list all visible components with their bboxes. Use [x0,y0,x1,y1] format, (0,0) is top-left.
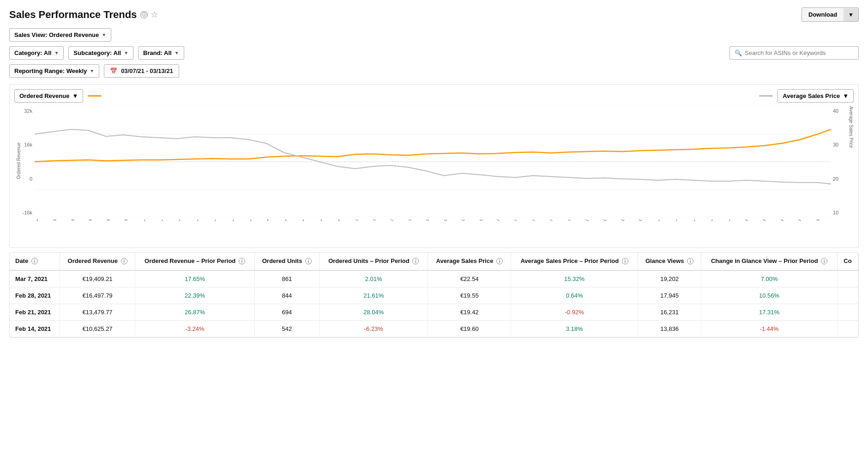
cell-glance-views-prior: -1.44% [701,320,838,337]
subcategory-filter[interactable]: Subcategory: All ▼ [68,46,133,60]
sales-view-label: Sales View: Ordered Revenue [14,31,99,38]
x-axis-label: Aug 9, 2020 [283,220,298,222]
search-input[interactable] [745,49,846,56]
y-right-10: 10 [833,210,848,215]
info-icon: ⓘ [140,11,148,18]
ordered-units-prior-info-icon[interactable]: i [412,258,419,264]
table-row: Mar 7, 2021 €19,409.21 17.65% 861 2.01% … [10,270,858,287]
x-axis-label: Jan 24, 2021 [709,220,725,222]
left-metric-label: Ordered Revenue [19,92,69,99]
cell-avg-sales-price-prior: -0.92% [511,304,638,320]
download-arrow[interactable]: ▼ [844,8,858,21]
y-axis-left-label: Ordered Revenue [16,142,21,179]
reporting-range-filter[interactable]: Reporting Range: Weekly ▼ [9,64,99,78]
reporting-range-label: Reporting Range: Weekly [14,67,87,74]
cell-co [837,304,858,320]
avg-sales-price-prior-info-icon[interactable]: i [622,258,628,264]
ordered-units-info-icon[interactable]: i [305,258,312,264]
x-axis-label: May 10, 2020 [70,220,87,222]
brand-label: Brand: All [143,49,172,56]
category-filter[interactable]: Category: All ▼ [9,46,64,60]
cell-date: Feb 14, 2021 [10,320,60,337]
table-row: Feb 14, 2021 €10,625.27 -3.24% 542 -6.23… [10,320,858,337]
x-axis-label: Nov 8, 2020 [513,220,529,222]
x-axis-label: Oct 25, 2020 [478,220,494,222]
download-main[interactable]: Download [802,8,844,21]
cell-glance-views: 16,231 [638,304,701,320]
search-container: 🔍 [729,46,859,60]
date-range-value: 03/07/21 - 03/13/21 [121,67,173,74]
cell-co [837,287,858,304]
right-metric-selector[interactable]: Average Sales Price ▼ [778,89,854,103]
cell-ordered-revenue-prior: 26.87% [135,304,254,320]
brand-arrow-icon: ▼ [175,50,179,55]
subcategory-label: Subcategory: All [73,49,121,56]
x-axis-label: Aug 2, 2020 [265,220,280,222]
cell-avg-sales-price-prior: 3.18% [511,320,638,337]
x-axis-label: Jul 12, 2020 [212,220,227,222]
x-axis-label: Jul 19, 2020 [230,220,245,222]
y-left-32k: 32k [14,108,32,114]
x-axis-label: Aug 16, 2020 [301,220,317,222]
col-glance-views: Glance Views i [638,253,701,270]
cell-ordered-revenue-prior: 22.39% [135,287,254,304]
col-glance-views-prior: Change in Glance View – Prior Period i [701,253,838,270]
col-ordered-units: Ordered Units i [254,253,319,270]
y-right-20: 20 [833,176,848,182]
cell-ordered-revenue: €19,409.21 [60,270,135,287]
calendar-icon: 📅 [110,67,117,74]
cell-ordered-revenue: €13,479.77 [60,304,135,320]
cell-date: Feb 28, 2021 [10,287,60,304]
x-axis-label: Dec 13, 2020 [602,220,618,222]
orange-legend-line [88,95,102,97]
y-right-30: 30 [833,142,848,147]
gray-legend-line [759,95,773,97]
x-axis-label: Oct 11, 2020 [443,220,458,222]
cell-glance-views: 19,202 [638,270,701,287]
subcategory-arrow-icon: ▼ [124,50,128,55]
cell-ordered-units: 844 [254,287,319,304]
sales-view-arrow-icon: ▼ [102,32,106,37]
date-range-picker[interactable]: 📅 03/07/21 - 03/13/21 [104,64,179,78]
download-button[interactable]: Download ▼ [802,7,859,22]
brand-filter[interactable]: Brand: All ▼ [138,46,184,60]
right-metric-arrow-icon: ▼ [843,92,849,99]
cell-date: Feb 21, 2021 [10,304,60,320]
x-axis-label: Jun 21, 2020 [159,220,175,222]
ordered-revenue-info-icon[interactable]: i [121,258,127,264]
glance-views-info-icon[interactable]: i [687,258,693,264]
col-co: Co [837,253,858,270]
star-icon[interactable]: ☆ [151,10,158,20]
sales-view-filter[interactable]: Sales View: Ordered Revenue ▼ [9,28,111,42]
x-axis-label: Jan 17, 2021 [691,220,707,222]
y-axis-right-label: Average Sales Price [848,106,854,243]
cell-date: Mar 7, 2021 [10,270,60,287]
date-info-icon[interactable]: i [31,258,38,264]
x-axis-label: Jun 14, 2020 [141,220,157,222]
left-metric-arrow-icon: ▼ [72,92,78,99]
col-avg-sales-price: Average Sales Price i [428,253,511,270]
x-axis-label: Jan 10, 2021 [673,220,689,222]
cell-glance-views-prior: 10.56% [701,287,838,304]
cell-glance-views-prior: 17.31% [701,304,838,320]
ordered-revenue-prior-info-icon[interactable]: i [239,258,245,264]
cell-avg-sales-price: €19.55 [428,287,511,304]
category-label: Category: All [14,49,51,56]
right-metric-label: Average Sales Price [783,92,840,99]
x-axis-label: Oct 4, 2020 [425,220,440,222]
cell-avg-sales-price-prior: 0.64% [511,287,638,304]
left-metric-selector[interactable]: Ordered Revenue ▼ [14,89,83,103]
x-axis-label: Nov 1, 2020 [496,220,511,222]
search-icon: 🔍 [735,49,742,56]
x-axis-label: Dec 27, 2020 [638,220,654,222]
x-axis-label: Sep 6, 2020 [354,220,369,222]
x-axis-label: Aug 23, 2020 [319,220,335,222]
table-row: Feb 28, 2021 €16,497.79 22.39% 844 21.61… [10,287,858,304]
cell-ordered-units: 542 [254,320,319,337]
x-axis-label: Aug 30, 2020 [336,220,352,222]
avg-sales-price-info-icon[interactable]: i [496,258,503,264]
glance-views-prior-info-icon[interactable]: i [821,258,827,264]
col-ordered-revenue: Ordered Revenue i [60,253,135,270]
cell-ordered-units-prior: 2.01% [319,270,428,287]
chart-svg [35,106,831,217]
